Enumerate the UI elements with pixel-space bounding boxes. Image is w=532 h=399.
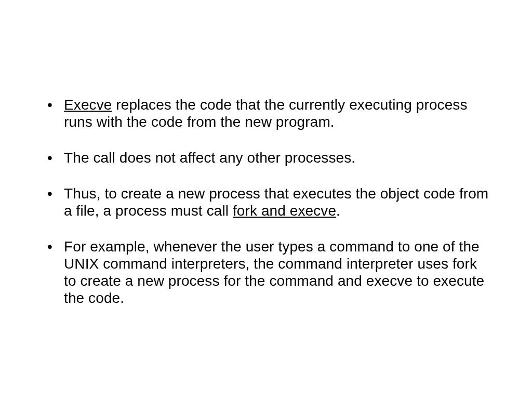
bullet-text: replaces the code that the currently exe… (64, 97, 468, 130)
bullet-text: For example, whenever the user types a c… (64, 238, 484, 306)
bullet-text-underlined: Execve (64, 97, 112, 113)
bullet-text-underlined: fork and execve (233, 203, 336, 219)
bullet-item: The call does not affect any other proce… (39, 149, 493, 166)
bullet-list: Execve replaces the code that the curren… (39, 96, 493, 307)
bullet-item: Thus, to create a new process that execu… (39, 185, 493, 219)
bullet-text: The call does not affect any other proce… (64, 150, 355, 166)
bullet-item: For example, whenever the user types a c… (39, 238, 493, 307)
bullet-item: Execve replaces the code that the curren… (39, 96, 493, 130)
bullet-text: . (336, 203, 340, 219)
